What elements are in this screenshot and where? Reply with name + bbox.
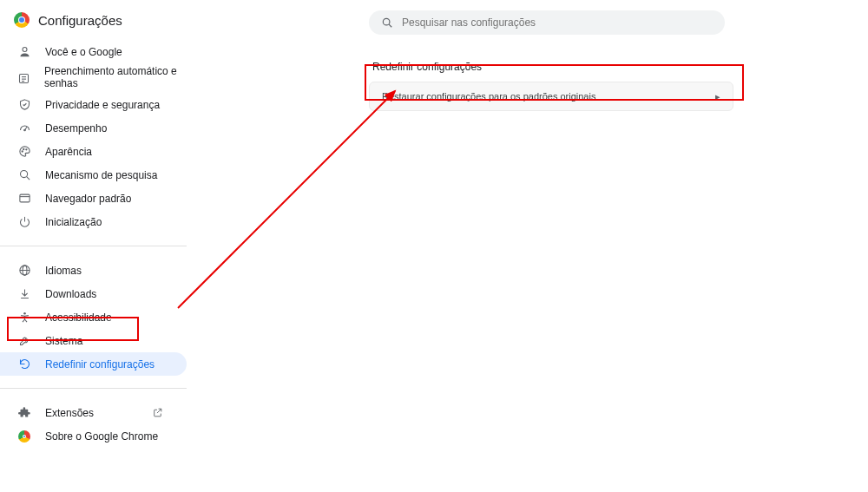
search-input[interactable] — [402, 16, 713, 29]
sidebar-header: Configurações — [0, 12, 187, 36]
chevron-right-icon: ▸ — [715, 91, 720, 102]
svg-point-8 — [23, 148, 23, 149]
person-icon — [17, 45, 31, 59]
sidebar-nav-primary: Você e o GooglePreenchimento automático … — [0, 36, 187, 237]
sidebar-item-label: Aparência — [45, 146, 92, 158]
sidebar-nav-tertiary: ExtensõesSobre o Google Chrome — [0, 397, 187, 451]
svg-point-7 — [22, 151, 23, 152]
sidebar-item-label: Extensões — [45, 407, 94, 419]
svg-line-21 — [156, 409, 161, 413]
svg-point-6 — [23, 129, 25, 131]
sidebar-item-list[interactable]: Preenchimento automático e senhas — [0, 63, 187, 93]
sidebar-item-shield[interactable]: Privacidade e segurança — [0, 93, 187, 116]
card-label: Restaurar configurações para os padrões … — [382, 91, 595, 102]
sidebar-item-globe[interactable]: Idiomas — [0, 259, 187, 282]
sidebar-item-download[interactable]: Downloads — [0, 282, 187, 305]
sidebar-item-label: Mecanismo de pesquisa — [45, 169, 157, 181]
sidebar-item-palette[interactable]: Aparência — [0, 140, 187, 163]
sidebar-item-label: Desempenho — [45, 122, 107, 134]
sidebar-item-search[interactable]: Mecanismo de pesquisa — [0, 163, 187, 187]
sidebar-item-power[interactable]: Inicialização — [0, 210, 187, 233]
puzzle-icon — [17, 406, 31, 420]
sidebar-item-label: Sobre o Google Chrome — [45, 430, 158, 443]
svg-rect-12 — [19, 194, 29, 202]
chrome-icon — [17, 430, 31, 443]
external-link-icon — [150, 406, 164, 420]
sidebar-item-speedometer[interactable]: Desempenho — [0, 116, 187, 140]
search-icon — [17, 168, 31, 182]
window-icon — [17, 192, 31, 206]
restore-settings-card[interactable]: Restaurar configurações para os padrões … — [369, 82, 733, 111]
sidebar-item-chrome[interactable]: Sobre o Google Chrome — [0, 424, 187, 448]
sidebar-item-label: Você e o Google — [45, 46, 122, 58]
globe-icon — [17, 264, 31, 278]
sidebar-item-window[interactable]: Navegador padrão — [0, 187, 187, 210]
main-content: Redefinir configurações Restaurar config… — [187, 0, 868, 492]
search-icon — [381, 16, 393, 29]
svg-line-23 — [389, 24, 391, 27]
svg-point-22 — [383, 18, 390, 25]
sidebar: Configurações Você e o GooglePreenchimen… — [0, 0, 187, 492]
svg-line-11 — [26, 177, 29, 180]
sidebar-item-label: Inicialização — [45, 216, 102, 228]
svg-point-0 — [23, 48, 27, 52]
svg-point-9 — [25, 149, 26, 150]
accessibility-icon — [17, 311, 31, 325]
speedometer-icon — [17, 121, 31, 135]
sidebar-item-puzzle[interactable]: Extensões — [0, 401, 187, 424]
sidebar-nav-secondary: IdiomasDownloadsAcessibilidadeSistemaRed… — [0, 255, 187, 379]
download-icon — [17, 287, 31, 301]
sidebar-item-label: Preenchimento automático e senhas — [44, 66, 187, 90]
restore-icon — [17, 358, 31, 371]
sidebar-item-wrench[interactable]: Sistema — [0, 329, 187, 352]
sidebar-item-label: Privacidade e segurança — [45, 99, 160, 111]
chrome-logo-icon — [14, 12, 30, 28]
search-field[interactable] — [369, 10, 725, 35]
sidebar-divider — [0, 246, 187, 246]
sidebar-item-label: Downloads — [45, 288, 96, 300]
power-icon — [17, 215, 31, 229]
page-title: Configurações — [38, 13, 122, 28]
palette-icon — [17, 145, 31, 159]
sidebar-item-label: Acessibilidade — [45, 312, 112, 324]
sidebar-item-restore[interactable]: Redefinir configurações — [0, 352, 187, 376]
section-title: Redefinir configurações — [372, 61, 482, 73]
sidebar-item-label: Redefinir configurações — [45, 358, 155, 371]
sidebar-item-label: Navegador padrão — [45, 193, 131, 205]
svg-point-20 — [23, 312, 26, 315]
sidebar-item-accessibility[interactable]: Acessibilidade — [0, 305, 187, 329]
shield-icon — [17, 98, 31, 112]
svg-point-10 — [20, 171, 27, 178]
sidebar-item-person[interactable]: Você e o Google — [0, 40, 187, 63]
list-icon — [17, 71, 30, 85]
wrench-icon — [17, 334, 31, 348]
sidebar-item-label: Sistema — [45, 335, 82, 347]
sidebar-divider — [0, 388, 187, 389]
sidebar-item-label: Idiomas — [45, 265, 82, 277]
